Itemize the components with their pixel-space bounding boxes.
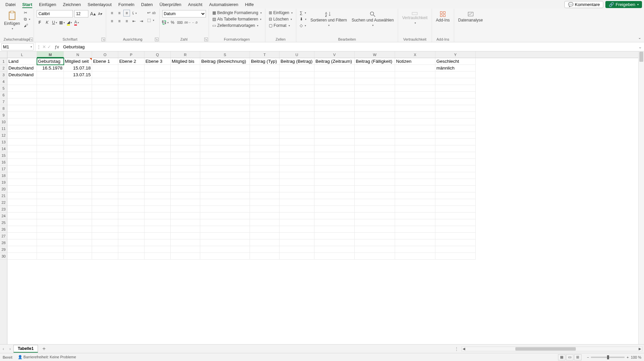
cell-X6[interactable] (395, 92, 435, 98)
cell-L5[interactable] (7, 85, 37, 92)
cell-M25[interactable] (37, 219, 64, 226)
cell-O25[interactable] (92, 219, 118, 226)
cell-T26[interactable] (250, 226, 280, 233)
cell-O30[interactable] (92, 253, 118, 260)
slider-knob[interactable] (607, 355, 609, 359)
cell-T11[interactable] (250, 125, 280, 132)
cell-W11[interactable] (355, 125, 395, 132)
cell-S9[interactable] (200, 112, 250, 119)
cell-X2[interactable] (395, 65, 435, 72)
cell-O17[interactable] (92, 166, 118, 172)
clear-button[interactable]: ◇▾ (299, 23, 307, 28)
cell-R17[interactable] (171, 166, 200, 172)
cell-O13[interactable] (92, 139, 118, 145)
cell-X4[interactable] (395, 78, 435, 85)
cell-R21[interactable] (171, 192, 200, 199)
cell-V4[interactable] (314, 78, 355, 85)
cell-V25[interactable] (314, 219, 355, 226)
formula-input[interactable]: Geburtstag (61, 44, 636, 49)
cell-R20[interactable] (171, 186, 200, 192)
cell-Q29[interactable] (144, 246, 171, 253)
cell-P20[interactable] (118, 186, 144, 192)
cell-V3[interactable] (314, 72, 355, 78)
cell-U12[interactable] (280, 132, 314, 139)
cell-T10[interactable] (250, 119, 280, 125)
font-name-input[interactable] (37, 10, 73, 17)
cell-Y17[interactable] (435, 166, 476, 172)
cell-X19[interactable] (395, 179, 435, 186)
data-analysis-button[interactable]: Datenanalyse (457, 10, 484, 23)
cell-U5[interactable] (280, 85, 314, 92)
cell-O1[interactable]: Ebene 1 (92, 58, 118, 65)
cell-L27[interactable] (7, 233, 37, 239)
cancel-button[interactable]: ✕ (42, 44, 46, 49)
cell-P18[interactable] (118, 172, 144, 179)
cell-W28[interactable] (355, 239, 395, 246)
cell-Q28[interactable] (144, 239, 171, 246)
cell-U18[interactable] (280, 172, 314, 179)
row-header-9[interactable]: 9 (0, 112, 7, 119)
cell-N7[interactable] (64, 98, 92, 105)
cell-N18[interactable] (64, 172, 92, 179)
cell-W3[interactable] (355, 72, 395, 78)
copy-button[interactable]: ⧉▾ (23, 16, 31, 22)
cell-P30[interactable] (118, 253, 144, 260)
cell-V22[interactable] (314, 199, 355, 206)
cell-X28[interactable] (395, 239, 435, 246)
cell-R18[interactable] (171, 172, 200, 179)
cell-T24[interactable] (250, 213, 280, 219)
column-header-R[interactable]: R (171, 51, 200, 58)
cell-V13[interactable] (314, 139, 355, 145)
dialog-launcher-icon[interactable]: ↘ (101, 38, 105, 41)
cell-T14[interactable] (250, 145, 280, 152)
expand-formula-button[interactable]: ⌄ (636, 44, 644, 49)
cell-S3[interactable] (200, 72, 250, 78)
cell-Q5[interactable] (144, 85, 171, 92)
cell-T17[interactable] (250, 166, 280, 172)
cell-S4[interactable] (200, 78, 250, 85)
column-header-P[interactable]: P (118, 51, 144, 58)
cell-T4[interactable] (250, 78, 280, 85)
cell-U24[interactable] (280, 213, 314, 219)
cell-T25[interactable] (250, 219, 280, 226)
cell-X10[interactable] (395, 119, 435, 125)
cell-Q18[interactable] (144, 172, 171, 179)
cell-R10[interactable] (171, 119, 200, 125)
cell-V26[interactable] (314, 226, 355, 233)
align-bottom-button[interactable]: ≡ (124, 10, 130, 16)
cell-V8[interactable] (314, 105, 355, 112)
cell-R1[interactable]: Mitglied bis (171, 58, 200, 65)
cell-T8[interactable] (250, 105, 280, 112)
cell-V6[interactable] (314, 92, 355, 98)
cell-M17[interactable] (37, 166, 64, 172)
decrease-font-button[interactable]: A▾ (97, 11, 103, 17)
cell-L15[interactable] (7, 152, 37, 159)
cell-L1[interactable]: Land (7, 58, 37, 65)
cell-N10[interactable] (64, 119, 92, 125)
cell-T13[interactable] (250, 139, 280, 145)
cell-T27[interactable] (250, 233, 280, 239)
decrease-decimal-button[interactable]: ←.0 (192, 19, 198, 26)
view-normal-button[interactable]: ▦ (558, 354, 565, 360)
cell-Q1[interactable]: Ebene 3 (144, 58, 171, 65)
cell-N21[interactable] (64, 192, 92, 199)
cell-V21[interactable] (314, 192, 355, 199)
cell-O9[interactable] (92, 112, 118, 119)
cell-O29[interactable] (92, 246, 118, 253)
cell-V15[interactable] (314, 152, 355, 159)
row-header-22[interactable]: 22 (0, 199, 7, 206)
scroll-thumb[interactable] (515, 347, 576, 351)
cell-O12[interactable] (92, 132, 118, 139)
cell-L28[interactable] (7, 239, 37, 246)
cell-P21[interactable] (118, 192, 144, 199)
cell-W27[interactable] (355, 233, 395, 239)
cell-Q25[interactable] (144, 219, 171, 226)
cell-L16[interactable] (7, 159, 37, 166)
cell-R4[interactable] (171, 78, 200, 85)
row-header-15[interactable]: 15 (0, 152, 7, 159)
cell-L23[interactable] (7, 206, 37, 213)
wrap-text-button[interactable]: ↩ab (146, 10, 156, 15)
cell-Y22[interactable] (435, 199, 476, 206)
cell-R3[interactable] (171, 72, 200, 78)
cell-T20[interactable] (250, 186, 280, 192)
